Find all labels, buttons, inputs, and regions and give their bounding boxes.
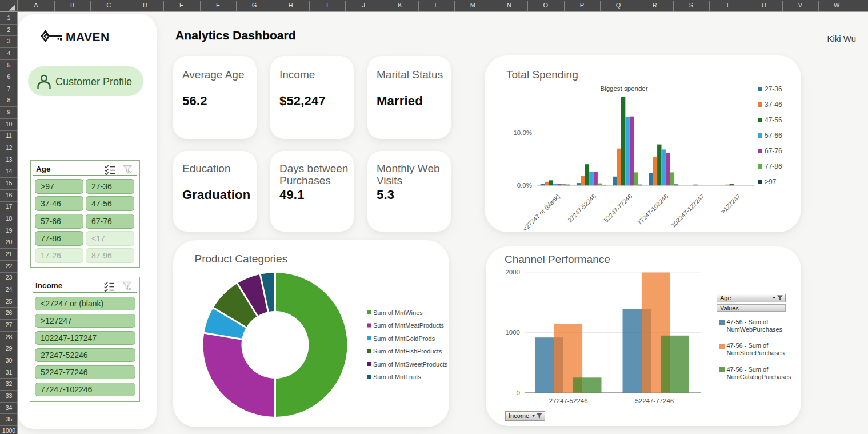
svg-text:Biggest spender: Biggest spender [600,85,647,92]
svg-text:MAVEN: MAVEN [66,30,110,43]
svg-text:Sum of MntFruits: Sum of MntFruits [373,373,421,380]
svg-text:Sum of MntSweetProducts: Sum of MntSweetProducts [373,361,448,368]
svg-text:Sum of MntMeatProducts: Sum of MntMeatProducts [373,322,445,329]
svg-text:52247-77246: 52247-77246 [602,193,633,224]
svg-text:102247-127247: 102247-127247 [670,193,706,229]
svg-text:67-76: 67-76 [765,147,782,155]
svg-text:10.0%: 10.0% [513,129,532,136]
svg-text:Sum of MntGoldProds: Sum of MntGoldProds [373,335,435,342]
svg-text:Sum of MntWines: Sum of MntWines [373,309,423,316]
svg-text:0: 0 [517,389,520,396]
svg-text:>127247: >127247 [719,193,742,215]
svg-text:52247-77246: 52247-77246 [635,397,674,404]
svg-text:27247-52246: 27247-52246 [566,193,597,224]
svg-text:77247-102246: 77247-102246 [636,193,670,226]
svg-text:37-46: 37-46 [765,101,782,109]
svg-text:Sum of MntFishProducts: Sum of MntFishProducts [373,348,442,355]
svg-text:27-36: 27-36 [765,85,782,93]
svg-text:77-86: 77-86 [765,162,782,170]
svg-text:2000: 2000 [505,269,520,276]
svg-text:<27247 or (blank): <27247 or (blank) [521,193,561,232]
svg-text:57-66: 57-66 [765,132,782,140]
svg-text:27247-52246: 27247-52246 [549,397,588,404]
svg-text:0.0%: 0.0% [517,182,532,189]
svg-text:>97: >97 [765,178,777,186]
svg-text:1000: 1000 [505,329,520,336]
svg-text:47-56: 47-56 [765,116,782,124]
